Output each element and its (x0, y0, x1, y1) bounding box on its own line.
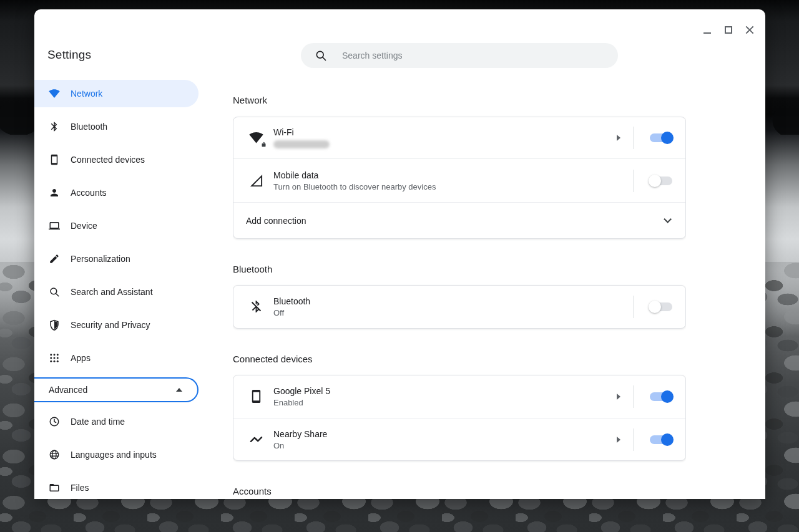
bluetooth-card: Bluetooth Off (233, 285, 686, 329)
nearby-share-toggle[interactable] (650, 435, 672, 444)
bluetooth-title: Bluetooth (273, 296, 310, 306)
wifi-title: Wi-Fi (273, 127, 330, 137)
network-card: Wi-Fi Mobile data Turn on Bluetooth to d… (233, 117, 686, 239)
minimize-button[interactable] (700, 23, 714, 37)
nearby-share-status: On (273, 441, 327, 450)
wifi-toggle[interactable] (650, 133, 672, 142)
sidebar-item-label: Device (71, 221, 97, 231)
sidebar-item-label: Connected devices (71, 155, 145, 165)
pixel-phone-status: Enabled (273, 398, 330, 407)
divider (633, 385, 634, 408)
sidebar-item-label: Personalization (71, 254, 130, 264)
apps-grid-icon (49, 352, 60, 364)
pixel-phone-toggle[interactable] (650, 392, 672, 401)
mobile-data-row[interactable]: Mobile data Turn on Bluetooth to discove… (233, 158, 685, 202)
maximize-icon (725, 26, 732, 34)
mobile-data-subtitle: Turn on Bluetooth to discover nearby dev… (273, 182, 436, 191)
pixel-phone-row[interactable]: Google Pixel 5 Enabled (233, 375, 685, 418)
nearby-share-title: Nearby Share (273, 429, 327, 439)
laptop-icon (49, 220, 60, 231)
window-controls (700, 23, 757, 37)
settings-window: Settings Network Bluetooth Connected dev… (34, 9, 765, 499)
connected-devices-card: Google Pixel 5 Enabled Nearby Share On (233, 375, 686, 461)
sidebar-item-label: Files (71, 483, 89, 493)
settings-content: Network Wi-Fi (233, 95, 686, 499)
minimize-icon (703, 32, 711, 34)
clock-icon (49, 416, 60, 427)
bluetooth-row[interactable]: Bluetooth Off (233, 286, 685, 328)
close-icon (745, 26, 754, 34)
bluetooth-toggle[interactable] (650, 302, 672, 311)
sidebar-item-label: Languages and inputs (71, 450, 157, 460)
search-icon (49, 286, 60, 297)
wifi-network-name-redacted (273, 140, 330, 148)
smartphone-icon (49, 154, 60, 165)
wifi-row[interactable]: Wi-Fi (233, 117, 685, 158)
sidebar-item-label: Apps (71, 353, 91, 363)
search-bar (301, 43, 618, 68)
folder-icon (49, 482, 60, 493)
sidebar-item-accounts[interactable]: Accounts (34, 179, 199, 206)
person-icon (49, 187, 60, 198)
globe-icon (49, 449, 60, 460)
pixel-phone-title: Google Pixel 5 (273, 386, 330, 396)
section-heading-bluetooth: Bluetooth (233, 264, 686, 274)
divider (633, 296, 634, 318)
mobile-data-toggle[interactable] (650, 177, 672, 185)
add-connection-row[interactable]: Add connection (233, 202, 685, 238)
bluetooth-icon (49, 121, 60, 132)
section-heading-network: Network (233, 95, 686, 105)
caret-up-icon (176, 388, 182, 392)
mobile-data-icon (249, 173, 264, 188)
shield-icon (49, 319, 60, 331)
add-connection-label: Add connection (246, 216, 306, 226)
detail-arrow-icon[interactable] (617, 135, 620, 141)
sidebar-item-files[interactable]: Files (34, 474, 199, 499)
sidebar-item-label: Bluetooth (71, 122, 107, 132)
wifi-icon (49, 88, 60, 99)
sidebar-item-apps[interactable]: Apps (34, 344, 199, 372)
maximize-button[interactable] (722, 23, 735, 37)
section-heading-accounts: Accounts (233, 486, 686, 496)
sidebar-item-label: Search and Assistant (71, 287, 153, 297)
sidebar-item-date-time[interactable]: Date and time (34, 408, 199, 435)
sidebar-item-search-assistant[interactable]: Search and Assistant (34, 278, 199, 306)
nearby-share-row[interactable]: Nearby Share On (233, 418, 685, 460)
mobile-data-title: Mobile data (273, 170, 436, 180)
sidebar-item-bluetooth[interactable]: Bluetooth (34, 113, 199, 140)
sidebar-advanced-toggle[interactable]: Advanced (34, 377, 199, 402)
lock-icon (260, 141, 267, 147)
divider (633, 428, 634, 451)
sidebar-item-languages-inputs[interactable]: Languages and inputs (34, 441, 199, 468)
sidebar-item-personalization[interactable]: Personalization (34, 245, 199, 273)
detail-arrow-icon[interactable] (617, 437, 620, 443)
smartphone-icon (249, 389, 264, 404)
bluetooth-status: Off (273, 308, 310, 317)
sidebar-item-device[interactable]: Device (34, 212, 199, 239)
sidebar-item-connected-devices[interactable]: Connected devices (34, 146, 199, 173)
close-button[interactable] (743, 23, 757, 37)
divider (633, 127, 634, 149)
sidebar-item-label: Date and time (71, 417, 125, 427)
sidebar-item-label: Accounts (71, 188, 107, 198)
section-heading-connected-devices: Connected devices (233, 354, 686, 364)
bluetooth-disabled-icon (249, 299, 264, 314)
divider (633, 170, 634, 192)
page-title: Settings (47, 48, 91, 62)
sidebar: Network Bluetooth Connected devices Acco… (34, 80, 199, 499)
search-input[interactable] (342, 51, 608, 60)
advanced-label: Advanced (49, 385, 87, 395)
sidebar-item-label: Network (71, 89, 102, 99)
sidebar-item-label: Security and Privacy (71, 320, 150, 330)
sidebar-item-security-privacy[interactable]: Security and Privacy (34, 311, 199, 339)
nearby-share-icon (249, 432, 264, 447)
expand-chevron-icon[interactable] (664, 215, 672, 223)
brush-icon (49, 253, 60, 264)
search-icon (315, 49, 327, 62)
detail-arrow-icon[interactable] (617, 394, 620, 400)
sidebar-item-network[interactable]: Network (34, 80, 199, 107)
wifi-lock-icon (249, 130, 264, 145)
